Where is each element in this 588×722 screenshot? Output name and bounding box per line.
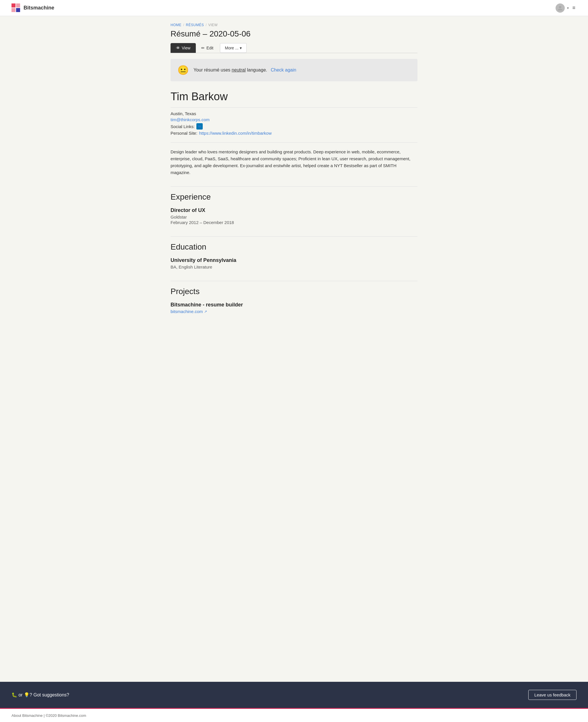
view-button[interactable]: 👁 View [171,43,196,53]
brand-name: Bitsmachine [24,5,54,11]
page-title: Résumé – 2020-05-06 [171,29,417,39]
edit-button[interactable]: ✏ Edit [196,43,219,53]
edit-icon: ✏ [201,46,205,50]
email-link[interactable]: tim@thinkcorps.com [171,117,210,122]
education-heading: Education [171,242,417,252]
footer-copyright: About Bitsmachine | ©2020 Bitsmachine.co… [12,714,86,718]
alert-text-after: language. [247,67,267,73]
contact-block: Austin, Texas tim@thinkcorps.com Social … [171,111,417,143]
language-alert: 😐 Your résumé uses neutral language. Che… [171,59,417,81]
job-title-0: Director of UX [171,207,417,213]
experience-divider [171,186,417,187]
school-name-0: University of Pennsylvania [171,257,417,263]
hamburger-menu[interactable]: ≡ [571,4,576,12]
alert-text-before: Your résumé uses [193,67,230,73]
school-degree-0: BA, English Literature [171,265,417,269]
user-avatar[interactable] [555,3,565,13]
toolbar: 👁 View ✏ Edit More ... ▾ [171,43,417,53]
linkedin-icon[interactable]: in [196,123,203,129]
more-dropdown-icon: ▾ [240,46,242,50]
job-dates-0: February 2012 – December 2018 [171,220,417,225]
svg-rect-1 [16,3,20,7]
view-label: View [182,46,190,50]
social-line: Social Links: in [171,123,417,129]
navbar: Bitsmachine ▾ ≡ [0,0,588,16]
alert-emoji: 😐 [177,65,189,76]
alert-message: Your résumé uses neutral language. Check… [193,67,296,73]
project-title-0: Bitsmachine - resume builder [171,302,417,308]
breadcrumb-current: VIEW [208,23,218,27]
more-button[interactable]: More ... ▾ [220,43,246,53]
personal-site-line: Personal Site: https://www.linkedin.com/… [171,131,417,136]
projects-heading: Projects [171,287,417,296]
svg-point-4 [559,6,561,8]
brand: Bitsmachine [12,3,54,13]
avatar-dropdown-icon[interactable]: ▾ [567,6,569,10]
resume-name: Tim Barkow [171,90,417,108]
brand-logo [12,3,21,13]
email-line: tim@thinkcorps.com [171,117,417,122]
content-area: HOME / RÉSUMÉS / VIEW Résumé – 2020-05-0… [171,23,417,664]
footer-suggestion-text: 🐛 or 💡? Got suggestions? [12,692,69,698]
project-url-0: bitsmachine.com [171,309,203,314]
check-again-link[interactable]: Check again [271,67,296,73]
experience-heading: Experience [171,192,417,202]
footer-light: About Bitsmachine | ©2020 Bitsmachine.co… [0,708,588,722]
breadcrumb: HOME / RÉSUMÉS / VIEW [171,23,417,27]
external-link-icon: ↗ [204,310,207,314]
breadcrumb-sep-2: / [206,23,206,27]
project-entry-0: Bitsmachine - resume builder bitsmachine… [171,302,417,314]
svg-rect-2 [12,8,16,12]
navbar-right: ▾ ≡ [555,3,576,13]
breadcrumb-home[interactable]: HOME [171,23,182,27]
svg-rect-0 [12,3,16,7]
breadcrumb-sep-1: / [183,23,184,27]
projects-section: Projects Bitsmachine - resume builder bi… [171,281,417,314]
alert-highlight: neutral [232,67,246,73]
education-entry-0: University of Pennsylvania BA, English L… [171,257,417,269]
more-label: More ... [225,46,238,50]
location-text: Austin, Texas [171,111,196,116]
view-icon: 👁 [176,46,180,50]
main-wrapper: HOME / RÉSUMÉS / VIEW Résumé – 2020-05-0… [0,16,588,682]
svg-rect-3 [16,8,20,12]
bio-text: Design leader who loves mentoring design… [171,148,417,176]
personal-site-link[interactable]: https://www.linkedin.com/in/timbarkow [199,131,272,136]
project-link-0[interactable]: bitsmachine.com ↗ [171,309,417,314]
education-section: Education University of Pennsylvania BA,… [171,236,417,269]
social-label: Social Links: [171,124,195,129]
job-company-0: Goldstar [171,214,417,220]
footer-dark: 🐛 or 💡? Got suggestions? Leave us feedba… [0,682,588,708]
projects-divider [171,281,417,281]
breadcrumb-resumes[interactable]: RÉSUMÉS [186,23,204,27]
experience-entry-0: Director of UX Goldstar February 2012 – … [171,207,417,225]
experience-section: Experience Director of UX Goldstar Febru… [171,186,417,225]
personal-site-label: Personal Site: [171,131,197,136]
location-line: Austin, Texas [171,111,417,116]
edit-label: Edit [206,46,213,50]
feedback-button[interactable]: Leave us feedback [528,690,576,700]
